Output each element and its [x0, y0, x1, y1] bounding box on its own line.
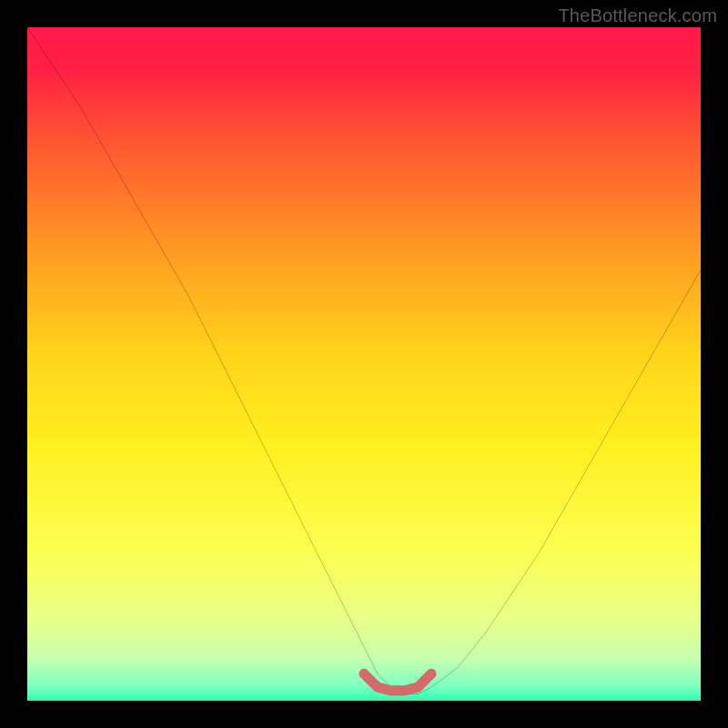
watermark-text: TheBottleneck.com: [558, 5, 717, 26]
chart-svg: [27, 27, 701, 701]
chart-plot: [27, 27, 701, 701]
plot-background: [27, 27, 701, 701]
chart-stage: TheBottleneck.com: [0, 0, 728, 728]
